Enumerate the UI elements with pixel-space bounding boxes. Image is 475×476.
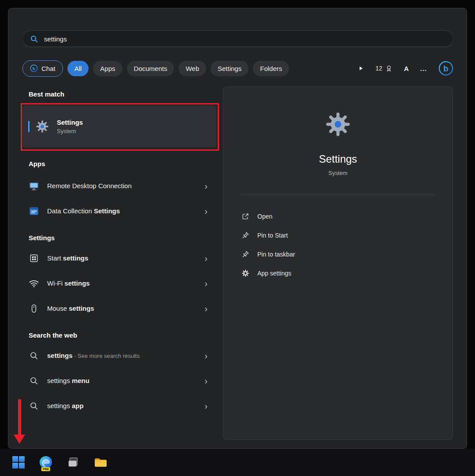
- result-text: Data Collection Settings: [47, 207, 120, 215]
- filter-tabs-row: b Chat All Apps Documents Web Settings F…: [22, 60, 453, 77]
- search-input[interactable]: settings: [22, 30, 453, 47]
- more-options-button[interactable]: ...: [420, 65, 427, 72]
- result-text: Remote Desktop Connection: [47, 182, 132, 190]
- tab-settings-label: Settings: [218, 65, 241, 72]
- rewards-counter[interactable]: 12: [375, 65, 393, 72]
- start-button[interactable]: [10, 454, 27, 471]
- result-text: Wi-Fi settings: [47, 279, 90, 287]
- result-text: settings - See more search results: [47, 352, 140, 359]
- result-item-remote-desktop[interactable]: Remote Desktop Connection ›: [22, 173, 221, 198]
- section-heading-settings: Settings: [22, 234, 221, 242]
- preview-pane: Settings System Open Pin to Start: [223, 86, 453, 440]
- svg-text:b: b: [443, 64, 449, 73]
- app-window-icon: [67, 456, 80, 469]
- chevron-right-icon[interactable]: ›: [204, 279, 208, 288]
- pin-icon: [241, 231, 250, 239]
- app-window-button[interactable]: [64, 454, 82, 471]
- file-explorer-button[interactable]: [92, 454, 109, 471]
- result-item-mouse-settings[interactable]: Mouse settings ›: [22, 296, 221, 321]
- chevron-right-icon[interactable]: ›: [204, 182, 208, 190]
- rewards-count: 12: [375, 65, 382, 72]
- result-item-wifi-settings[interactable]: Wi-Fi settings ›: [22, 271, 221, 296]
- folder-icon: [93, 455, 108, 469]
- open-icon: [241, 212, 250, 220]
- chevron-right-icon[interactable]: ›: [204, 207, 208, 216]
- windows-search-flyout: settings b Chat All Apps Documents Web S…: [8, 8, 467, 449]
- tab-apps-label: Apps: [100, 65, 115, 72]
- chevron-right-icon[interactable]: ›: [204, 304, 208, 313]
- action-label: Pin to Start: [257, 232, 288, 239]
- web-search-icon: [29, 376, 39, 385]
- tab-folders-label: Folders: [260, 65, 282, 72]
- settings-results: Start settings › Wi-Fi settings › Mouse …: [22, 245, 221, 321]
- bing-logo-icon[interactable]: b: [438, 61, 453, 76]
- result-text: settings menu: [47, 377, 89, 384]
- action-app-settings[interactable]: App settings: [241, 264, 435, 283]
- tab-chat[interactable]: b Chat: [22, 60, 63, 77]
- bing-icon: b: [30, 64, 38, 72]
- chevron-right-icon[interactable]: ›: [204, 254, 208, 263]
- annotation-arrow-line: [18, 399, 21, 435]
- preview-actions: Open Pin to Start Pin to taskbar: [223, 194, 453, 283]
- account-avatar[interactable]: A: [404, 65, 409, 72]
- tab-all-label: All: [74, 65, 82, 72]
- web-search-icon: [29, 402, 39, 410]
- result-item-web-settings-menu[interactable]: settings menu ›: [22, 368, 221, 393]
- section-heading-apps: Apps: [22, 160, 221, 168]
- action-pin-to-taskbar[interactable]: Pin to taskbar: [241, 245, 435, 264]
- mouse-icon: [29, 304, 39, 313]
- svg-text:b: b: [33, 66, 35, 71]
- tab-documents[interactable]: Documents: [127, 61, 174, 76]
- chevron-right-icon[interactable]: ›: [204, 351, 208, 360]
- result-item-web-see-more[interactable]: settings - See more search results ›: [22, 343, 221, 368]
- action-label: Pin to taskbar: [257, 251, 295, 258]
- edge-pre-badge: PRE: [41, 467, 50, 471]
- preview-title: Settings: [319, 153, 357, 165]
- desktop: settings b Chat All Apps Documents Web S…: [0, 0, 475, 476]
- action-label: App settings: [257, 270, 291, 277]
- header-right-cluster: 12 A ... b: [358, 61, 453, 76]
- result-item-start-settings[interactable]: Start settings ›: [22, 245, 221, 271]
- chevron-right-icon[interactable]: ›: [204, 376, 208, 385]
- taskbar: PRE: [0, 449, 475, 476]
- annotation-rectangle: [21, 103, 219, 151]
- tab-documents-label: Documents: [134, 65, 167, 72]
- search-query-text: settings: [44, 35, 67, 43]
- start-settings-icon: [29, 253, 39, 263]
- apps-results: Remote Desktop Connection › Data Collect…: [22, 173, 221, 223]
- pin-icon: [241, 250, 250, 258]
- web-search-icon: [29, 351, 39, 360]
- annotation-arrow-head: [14, 435, 25, 444]
- windows-logo-icon: [12, 456, 25, 469]
- action-pin-to-start[interactable]: Pin to Start: [241, 226, 435, 245]
- data-collection-icon: [29, 206, 39, 216]
- tab-web[interactable]: Web: [178, 61, 206, 76]
- preview-subtitle: System: [328, 170, 347, 176]
- tab-folders[interactable]: Folders: [253, 61, 289, 76]
- tab-apps[interactable]: Apps: [93, 61, 122, 76]
- remote-desktop-icon: [29, 181, 39, 191]
- result-text: settings app: [47, 402, 84, 409]
- settings-gear-icon-large: [325, 112, 351, 137]
- tab-web-label: Web: [186, 65, 199, 72]
- section-heading-best-match: Best match: [22, 90, 221, 98]
- search-icon: [30, 35, 38, 43]
- tab-settings[interactable]: Settings: [211, 61, 249, 76]
- tab-all[interactable]: All: [67, 61, 89, 76]
- section-heading-search-web: Search the web: [22, 331, 221, 339]
- action-label: Open: [257, 213, 272, 220]
- result-item-web-settings-app[interactable]: settings app ›: [22, 393, 221, 418]
- chevron-right-icon[interactable]: ›: [204, 402, 208, 410]
- result-text: Mouse settings: [47, 305, 94, 312]
- web-results: settings - See more search results › set…: [22, 343, 221, 418]
- result-item-data-collection-settings[interactable]: Data Collection Settings ›: [22, 198, 221, 223]
- result-text: Start settings: [47, 254, 88, 262]
- rewards-medal-icon: [385, 65, 393, 72]
- tab-chat-label: Chat: [41, 65, 56, 72]
- play-icon[interactable]: [358, 65, 364, 71]
- action-open[interactable]: Open: [241, 207, 435, 226]
- edge-pre-button[interactable]: PRE: [37, 454, 55, 471]
- gear-icon: [241, 269, 250, 277]
- wifi-icon: [29, 278, 39, 289]
